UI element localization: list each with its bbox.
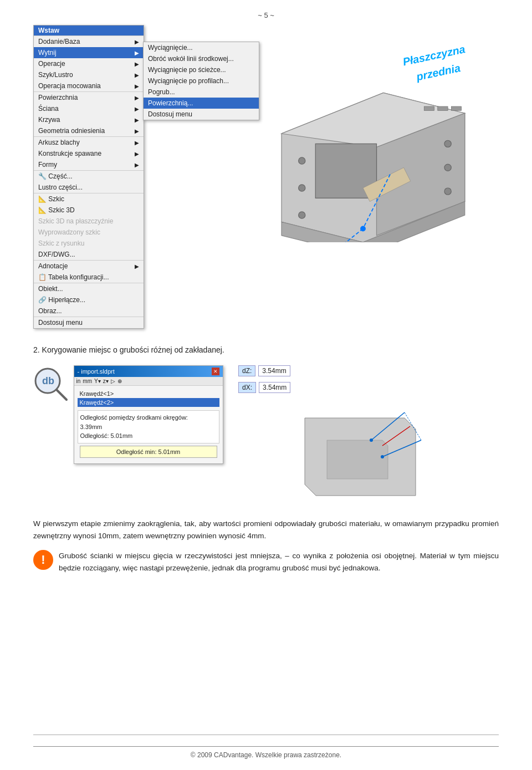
- svg-point-7: [444, 140, 451, 147]
- context-menu[interactable]: Wstaw Dodanie/Baza▶ Wytnij▶ Operacje▶ Sz…: [33, 25, 144, 329]
- menu-area: Wstaw Dodanie/Baza▶ Wytnij▶ Operacje▶ Sz…: [33, 25, 222, 329]
- menu-item-geometria[interactable]: Geometria odniesienia▶: [34, 125, 144, 136]
- footer-text: © 2009 CADvantage. Wszelkie prawa zastrz…: [191, 751, 341, 759]
- submenu-item-dostosuj[interactable]: Dostosuj menu: [144, 109, 259, 120]
- svg-point-8: [444, 164, 451, 171]
- menu-item-obraz[interactable]: Obraz...: [34, 305, 144, 317]
- dialog-measurement-label: Odległość pomiędzy środkami okręgów:: [80, 413, 217, 422]
- menu-header: Wstaw: [34, 26, 144, 35]
- dx-label: dX:: [238, 382, 256, 393]
- menu-item-dostosuj[interactable]: Dostosuj menu: [34, 317, 144, 328]
- menu-item-konstrukcje[interactable]: Konstrukcje spawane▶: [34, 148, 144, 159]
- dialog-body: Krawędź<1> Krawędź<2> Odległość pomiędzy…: [74, 386, 223, 463]
- submenu-item-wyciagniecie[interactable]: Wyciągnięcie...: [144, 42, 259, 53]
- menu-item-wyprowadzony: Wyprowadzony szkic: [34, 227, 144, 238]
- dz-value: 3.54mm: [258, 365, 290, 376]
- menu-item-hiperłącze[interactable]: 🔗 Hiperłącze...: [34, 294, 144, 305]
- svg-marker-26: [327, 440, 388, 479]
- submenu-item-profile[interactable]: Wyciągnięcie po profilach...: [144, 75, 259, 86]
- submenu-item-obroc[interactable]: Obróć wokół linii środkowej...: [144, 53, 259, 64]
- warning-icon: !: [33, 550, 53, 570]
- warning-section: ! Grubość ścianki w miejscu gięcia w rze…: [33, 550, 499, 574]
- svg-rect-12: [451, 106, 461, 110]
- magnifier-icon: db: [32, 365, 71, 404]
- submenu: Wyciągnięcie... Obróć wokół linii środko…: [143, 42, 259, 120]
- middle-section: db - import.sldprt ✕ in mm Y▾ z▾: [33, 365, 499, 507]
- menu-item-adnotacje[interactable]: Adnotacje▶: [34, 260, 144, 272]
- dialog-window: - import.sldprt ✕ in mm Y▾ z▾ ▷ ⊕ Krawęd…: [74, 365, 223, 464]
- menu-item-operacje[interactable]: Operacje▶: [34, 58, 144, 69]
- svg-point-5: [299, 185, 305, 191]
- menu-item-powierzchnia[interactable]: Powierzchnia▶: [34, 91, 144, 103]
- dialog-footer-label: Odległość min: 5.01mm: [116, 448, 181, 455]
- model-area: Płaszczyzna przednia: [227, 25, 499, 242]
- dialog-measurement-section: Odległość pomiędzy środkami okręgów: 3.3…: [78, 410, 219, 443]
- dialog-toolbar: in mm Y▾ z▾ ▷ ⊕: [74, 377, 223, 386]
- menu-item-formy[interactable]: Formy▶: [34, 159, 144, 170]
- diagram-area: dZ: 3.54mm dX: 3.54mm: [233, 365, 499, 507]
- menu-item-czesc[interactable]: 🔧 Część...: [34, 170, 144, 182]
- menu-item-szkic3d[interactable]: 📐 Szkic 3D: [34, 205, 144, 216]
- dz-label: dZ:: [238, 365, 255, 376]
- svg-point-31: [381, 455, 384, 458]
- dialog-edge2[interactable]: Krawędź<2>: [78, 398, 219, 407]
- svg-point-6: [299, 212, 305, 218]
- dialog-area: db - import.sldprt ✕ in mm Y▾ z▾: [33, 365, 222, 464]
- dialog-title-bar: - import.sldprt ✕: [74, 366, 223, 377]
- dialog-value1: 3.39mm: [80, 422, 217, 432]
- menu-item-dxf[interactable]: DXF/DWG...: [34, 249, 144, 260]
- menu-item-szyk[interactable]: Szyk/Lustro▶: [34, 69, 144, 80]
- section-2-title: 2. Korygowanie miejsc o grubości różnej …: [33, 345, 499, 354]
- svg-rect-10: [424, 106, 434, 110]
- menu-item-szkic[interactable]: 📐 Szkic: [34, 193, 144, 205]
- dialog-footer: Odległość min: 5.01mm: [80, 446, 217, 458]
- dialog-close-button[interactable]: ✕: [212, 368, 219, 375]
- dialog-label2: Odległość: 5.01mm: [80, 431, 217, 441]
- footer: © 2009 CADvantage. Wszelkie prawa zastrz…: [33, 735, 499, 759]
- svg-line-24: [57, 390, 66, 400]
- svg-rect-11: [438, 106, 448, 110]
- dx-row: dX: 3.54mm: [238, 382, 290, 393]
- svg-text:db: db: [42, 375, 54, 386]
- page-number: ~ 5 ~: [33, 11, 499, 19]
- menu-item-obiekt[interactable]: Obiekt...: [34, 283, 144, 294]
- submenu-item-pogrub[interactable]: Pogrub...: [144, 86, 259, 98]
- menu-item-lustro-czesci[interactable]: Lustro części...: [34, 182, 144, 193]
- menu-item-sciana[interactable]: Ściana▶: [34, 103, 144, 114]
- footer-divider: [33, 746, 499, 747]
- menu-item-tabela[interactable]: 📋 Tabela konfiguracji...: [34, 272, 144, 283]
- menu-item-szkic3d-plasz: Szkic 3D na płaszczyźnie: [34, 216, 144, 227]
- dx-value: 3.54mm: [259, 382, 290, 393]
- warning-text: Grubość ścianki w miejscu gięcia w rzecz…: [59, 550, 499, 574]
- menu-item-operacja-mocowania[interactable]: Operacja mocowania▶: [34, 80, 144, 91]
- top-section: Wstaw Dodanie/Baza▶ Wytnij▶ Operacje▶ Sz…: [33, 25, 499, 329]
- svg-text:przednia: przednia: [415, 62, 461, 83]
- submenu-item-powierzchnia[interactable]: Powierzchnią...: [144, 98, 259, 109]
- menu-item-szkic-rysunku: Szkic z rysunku: [34, 238, 144, 249]
- menu-item-krzywa[interactable]: Krzywa▶: [34, 114, 144, 125]
- dialog-edge1[interactable]: Krawędź<1>: [78, 389, 219, 398]
- model-3d-svg: Płaszczyzna przednia: [227, 25, 499, 242]
- submenu-item-sciezka[interactable]: Wyciągnięcie po ścieżce...: [144, 64, 259, 75]
- text-paragraph-1: W pierwszym etapie zmienimy zaokrąglenia…: [33, 518, 499, 542]
- svg-point-9: [444, 188, 451, 195]
- dialog-title: - import.sldprt: [78, 368, 115, 375]
- menu-item-dodanie[interactable]: Dodanie/Baza▶: [34, 35, 144, 47]
- technical-diagram-svg: [294, 396, 438, 507]
- svg-point-4: [299, 157, 305, 164]
- menu-item-arkusz[interactable]: Arkusz blachy▶: [34, 136, 144, 148]
- menu-item-wytnij[interactable]: Wytnij▶: [34, 47, 144, 58]
- dz-row: dZ: 3.54mm: [238, 365, 290, 376]
- svg-point-30: [370, 438, 373, 442]
